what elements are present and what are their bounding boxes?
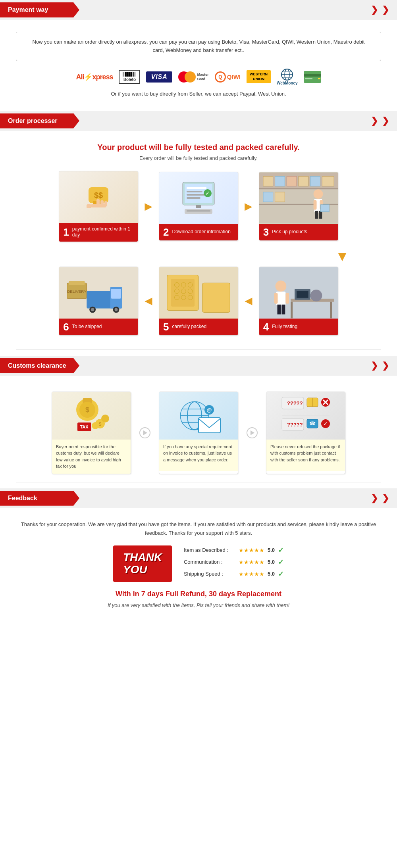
svg-rect-5 xyxy=(304,71,321,83)
mc-text: MasterCard xyxy=(197,73,209,81)
step-4-text: Fully testing xyxy=(272,324,297,330)
rating-check-shipping: ✓ xyxy=(278,570,284,578)
step-5-img xyxy=(159,267,238,319)
rating-label-communication: Communication : xyxy=(184,559,235,565)
feedback-chevron1: ❯ xyxy=(371,493,378,503)
arrow-1-2: ► xyxy=(142,199,155,214)
order-section: Your product will be fully tested and pa… xyxy=(0,135,397,350)
order-chevron1: ❯ xyxy=(371,116,378,126)
svg-rect-15 xyxy=(104,201,107,206)
webmoney-icon xyxy=(281,68,293,81)
step-4-label: 4 Fully testing xyxy=(259,319,338,335)
qiwi-container: Q QIWI xyxy=(215,71,241,83)
customs-card-qna: ????? ????? ☎ xyxy=(266,392,345,474)
payment-info-box: Now you can make an order directly on al… xyxy=(16,32,381,61)
rating-check-described: ✓ xyxy=(278,546,284,555)
step-1-illustration: $$ xyxy=(81,177,116,217)
step-3-number: 3 xyxy=(263,227,269,237)
visa-text: VISA xyxy=(146,71,172,83)
payment-alt-text: Or if you want to buy directly from Sell… xyxy=(16,91,381,97)
qiwi-logo: Q QIWI xyxy=(215,69,241,85)
customs-arrow-1 xyxy=(139,392,151,474)
svg-point-78 xyxy=(310,290,322,301)
bank-card-logo xyxy=(304,69,321,85)
svg-rect-22 xyxy=(187,197,200,199)
boleto-text: Boleto xyxy=(123,77,136,82)
payment-section-header: Payment way ❯ ❯ xyxy=(0,0,397,20)
payment-logos: Ali⚡xpress Boleto VISA xyxy=(16,69,381,85)
svg-point-55 xyxy=(91,308,94,311)
qiwi-text: QIWI xyxy=(227,73,241,80)
svg-rect-13 xyxy=(96,199,100,206)
customs-qna-img: ????? ????? ☎ xyxy=(266,392,345,440)
arrow-5-4: ► xyxy=(242,294,255,308)
customs-tax-text: Buyer need responsible for the customs d… xyxy=(52,440,131,474)
payment-alt-message: Or if you want to buy directly from Sell… xyxy=(111,91,286,97)
svg-point-91 xyxy=(101,415,109,422)
feedback-header-chevrons: ❯ ❯ xyxy=(371,493,389,503)
step-1-box: $$ 1 payment confirmed within 1 day xyxy=(59,171,138,242)
arrow-6-5: ► xyxy=(142,294,155,308)
step-5-text: carefully packed xyxy=(172,324,206,330)
customs-tax-message: Buyer need responsible for the customs d… xyxy=(56,444,121,469)
payment-section: Now you can make an order directly on al… xyxy=(0,24,397,105)
svg-marker-107 xyxy=(251,430,254,435)
svg-rect-50 xyxy=(69,281,85,285)
svg-rect-37 xyxy=(310,177,320,186)
customs-header-title: Customs clearance xyxy=(8,362,66,369)
feedback-content: THANK YOU Item as Described : ★★★★★ 5.0 … xyxy=(16,545,381,582)
rating-value-described: 5.0 xyxy=(268,547,275,553)
svg-point-41 xyxy=(313,189,323,199)
arrow-2-3: ► xyxy=(242,199,255,214)
wu-box: WESTERNUNION xyxy=(247,70,271,83)
rating-row-communication: Communication : ★★★★★ 5.0 ✓ xyxy=(184,558,284,567)
svg-rect-36 xyxy=(299,177,308,186)
step-4-img xyxy=(259,267,338,319)
feedback-section-header: Feedback ❯ ❯ xyxy=(0,488,397,508)
rating-value-communication: 5.0 xyxy=(268,559,275,565)
svg-rect-25 xyxy=(196,205,201,208)
step-3-illustration xyxy=(259,172,338,224)
payment-chevron2: ❯ xyxy=(382,5,389,15)
svg-rect-40 xyxy=(275,192,285,202)
step-3-label: 3 Pick up products xyxy=(259,224,338,240)
customs-email-message: If you have any special requirement on i… xyxy=(163,444,232,462)
svg-rect-20 xyxy=(187,191,202,192)
svg-rect-103 xyxy=(198,418,220,433)
step-3-box: 3 Pick up products xyxy=(259,172,338,241)
svg-rect-81 xyxy=(274,293,278,304)
step-5-number: 5 xyxy=(163,322,169,332)
step-5-label: 5 carefully packed xyxy=(159,319,238,335)
svg-rect-19 xyxy=(187,187,206,189)
svg-rect-84 xyxy=(281,304,285,314)
svg-text:$: $ xyxy=(99,421,102,427)
customs-qna-message: Please never refused the package if with… xyxy=(270,444,340,462)
svg-rect-6 xyxy=(304,74,321,77)
step-1-img: $$ xyxy=(59,171,138,223)
separator-2 xyxy=(16,350,381,350)
step-2-number: 2 xyxy=(163,227,169,237)
rating-check-communication: ✓ xyxy=(278,558,284,567)
svg-text:DELIVERY: DELIVERY xyxy=(67,289,87,294)
separator-3 xyxy=(16,482,381,482)
customs-arrow-icon-1 xyxy=(139,427,151,439)
step-6-box: DELIVERY 6 To be shipped xyxy=(59,267,138,336)
step-2-label: 2 Download order infromation xyxy=(159,224,238,240)
customs-header-chevrons: ❯ ❯ xyxy=(371,361,389,371)
step-6-img: DELIVERY xyxy=(59,267,138,319)
svg-text:✓: ✓ xyxy=(323,421,328,427)
svg-rect-28 xyxy=(187,211,210,212)
boleto-box: Boleto xyxy=(119,70,140,84)
rating-label-described: Item as Described : xyxy=(184,547,235,553)
svg-rect-61 xyxy=(171,279,195,306)
separator-1 xyxy=(16,105,381,105)
customs-arrow-icon-2 xyxy=(246,427,258,439)
svg-rect-58 xyxy=(111,289,121,299)
customs-section: $ $ TAX Buyer need responsible for the c… xyxy=(0,380,397,482)
rating-stars-shipping: ★★★★★ xyxy=(239,571,264,577)
svg-rect-14 xyxy=(100,200,104,206)
rating-row-described: Item as Described : ★★★★★ 5.0 ✓ xyxy=(184,546,284,555)
share-text: If you are very satisfied with the items… xyxy=(16,602,381,608)
email-illustration: @ xyxy=(173,394,224,438)
svg-rect-47 xyxy=(320,205,329,212)
